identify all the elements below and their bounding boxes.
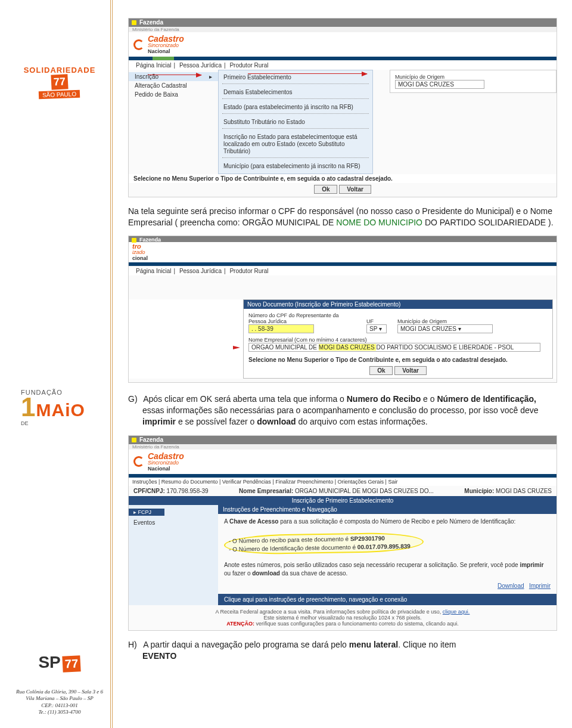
screenshot-3: Fazenda Ministério da Fazenda Cadastro S… <box>128 435 557 631</box>
intro-paragraph: Na tela seguinte será preciso informar o… <box>128 206 557 228</box>
screenshot-1: Fazenda Ministério da Fazenda Cadastro S… <box>128 18 557 197</box>
menu-baixa[interactable]: Pedido de Baixa <box>129 90 218 99</box>
instr-footer-link[interactable]: Clique aqui para instruções de preenchim… <box>218 594 557 605</box>
nav-home[interactable]: Página Inicial <box>133 62 173 69</box>
fazenda-header-3: Fazenda <box>129 436 557 444</box>
ok-button-2[interactable]: Ok <box>369 366 393 375</box>
ministerio-bar-3: Ministério da Fazenda <box>129 444 557 450</box>
ministerio-bar: Ministério da Fazenda <box>129 27 557 32</box>
lbl-mun-2: Município de Origem <box>397 318 493 324</box>
cadastro-brand-3: Cadastro Sincronizado Nacional <box>129 450 557 474</box>
paragraph-H: H) A partir daqui a navegação pelo progr… <box>128 639 557 662</box>
sel-municipio[interactable]: MOGI DAS CRUZES <box>395 80 484 89</box>
pj-menu: Inscrição ▸ Alteração Cadastral Pedido d… <box>129 70 218 174</box>
callout-arrow-2 <box>248 73 367 74</box>
cadastro-brand: Cadastro Sincronizado Nacional <box>129 32 557 57</box>
fundacao-1-maio-logo: FUNDAÇÃO 1MAiO DE <box>21 388 104 427</box>
nav-pr[interactable]: Produtor Rural <box>227 62 271 69</box>
inscricao-submenu: Primeiro Estabelecimento Demais Estabele… <box>218 70 373 174</box>
select-mun[interactable]: MOGI DAS CRUZES ▾ <box>397 324 493 333</box>
wizard-nav[interactable]: Instruções | Resumo do Documento | Verif… <box>129 478 557 486</box>
top-nav: Página Inicial| Pessoa Jurídica| Produto… <box>129 60 557 70</box>
button-row-2: Ok Voltar <box>244 364 552 378</box>
menu-alteracao[interactable]: Alteração Cadastral <box>129 81 218 90</box>
fazenda-header: Fazenda <box>129 18 557 27</box>
screenshot-2: Fazenda tro izado cional Página Inicial|… <box>128 236 557 383</box>
submenu-outro-estado[interactable]: Inscrição no Estado para estabelecimento… <box>222 132 369 156</box>
margin-rule-2 <box>112 0 113 728</box>
accent-bar-3 <box>129 474 557 478</box>
form-cutoff: Município de Origem MOGI DAS CRUZES <box>390 70 557 93</box>
nav-pj-2[interactable]: Pessoa Jurídica <box>177 268 224 274</box>
footer-address: Rua Colônia da Glória, 390 – Sala 3 e 6 … <box>12 689 107 715</box>
select-uf[interactable]: SP ▾ <box>366 324 387 333</box>
page-footer: A Receita Federal agradece a sua visita.… <box>129 605 557 630</box>
doc-info-row: CPF/CNPJ: 170.798.958-39 Nome Empresaria… <box>129 486 557 496</box>
link-privacy[interactable]: clique aqui. <box>443 609 470 615</box>
highlight-ellipse: - O Número do recibo para este documento… <box>224 532 424 555</box>
side-group-fcpj[interactable]: ▸ FCPJ <box>129 509 164 516</box>
top-nav-2: Página Inicial| Pessoa Jurídica| Produto… <box>129 266 557 275</box>
nav-pj[interactable]: Pessoa Jurídica <box>177 62 224 69</box>
link-imprimir[interactable]: Imprimir <box>529 583 551 589</box>
lbl-municipio: Município de Origem <box>395 74 551 80</box>
voltar-button-2[interactable]: Voltar <box>394 366 427 375</box>
solidariedade-logo: SOLIDARIEDADE 77 SÃO PAULO <box>18 66 101 98</box>
submenu-subst[interactable]: Substituto Tributário no Estado <box>222 117 369 127</box>
select-note: Selecione no Menu Superior o Tipo de Con… <box>129 174 557 183</box>
margin-rule-1 <box>110 0 111 728</box>
sp-77-logo: SP 77 <box>33 653 86 672</box>
submenu-estado[interactable]: Estado (para estabelecimento já inscrito… <box>222 103 369 112</box>
accent-bar <box>129 57 557 60</box>
menu-inscricao[interactable]: Inscrição ▸ <box>129 72 218 81</box>
submenu-municipio[interactable]: Município (para estabelecimento já inscr… <box>222 162 369 171</box>
input-cpf[interactable]: . . 58-39 <box>248 324 314 333</box>
paragraph-G: G) Após clicar em OK será aberta uma tel… <box>128 394 557 428</box>
ok-button[interactable]: Ok <box>314 185 337 194</box>
cadastro-o-icon <box>133 39 144 50</box>
cadastro-o-icon-3 <box>133 456 144 467</box>
doc-title: Inscrição de Primeiro Estabelecimento <box>129 496 557 505</box>
side-eventos[interactable]: Eventos <box>133 519 213 526</box>
select-note-2: Selecione no Menu Superior o Tipo de Con… <box>244 355 552 364</box>
accent-bar-2 <box>129 262 557 266</box>
lbl-cpf: Número do CPF do Representante da Pessoa… <box>248 312 356 324</box>
novo-documento-panel: Novo Documento (Inscrição de Primeiro Es… <box>243 299 553 379</box>
link-download[interactable]: Download <box>498 583 524 589</box>
instr-body: A Chave de Acesso para a sua solicitação… <box>218 514 557 594</box>
submenu-primeiro[interactable]: Primeiro Estabelecimento <box>222 73 369 82</box>
voltar-button[interactable]: Voltar <box>339 185 371 194</box>
button-row: Ok Voltar <box>129 183 557 197</box>
chevron-right-icon: ▸ <box>209 73 212 80</box>
panel-title: Novo Documento (Inscrição de Primeiro Es… <box>244 300 552 309</box>
instr-header: Instruções de Preenchimento e Navegação <box>218 505 557 514</box>
input-nome[interactable]: ORGAO MUNICIPAL DE MOGI DAS CRUZES DO PA… <box>248 343 540 352</box>
callout-arrow-1 <box>148 75 201 75</box>
lbl-nome: Nome Empresarial (Com no mínimo 4 caract… <box>248 337 548 343</box>
cadastro-brand-2: tro izado cional <box>129 242 557 262</box>
side-menu: ▸ FCPJ Eventos <box>129 505 218 605</box>
submenu-demais[interactable]: Demais Estabelecimentos <box>222 88 369 97</box>
nav-home-2[interactable]: Página Inicial <box>133 268 173 274</box>
fazenda-header-2: Fazenda <box>129 236 557 242</box>
nav-pr-2[interactable]: Produtor Rural <box>227 268 271 274</box>
lbl-uf: UF <box>366 318 387 324</box>
